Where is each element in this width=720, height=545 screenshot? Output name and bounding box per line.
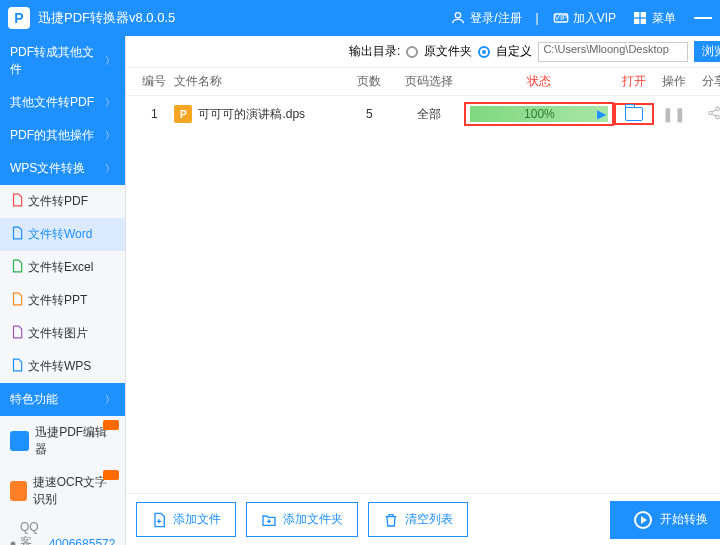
sidebar-item-to-word[interactable]: 文件转Word (0, 218, 125, 251)
minimize-button[interactable] (694, 17, 712, 19)
row-name-cell: P 可可可的演讲稿.dps (174, 105, 344, 123)
play-icon (634, 511, 652, 529)
login-label: 登录/注册 (470, 10, 521, 27)
qq-label: QQ 客服: (20, 520, 45, 545)
row-status: 100% ▶ (464, 102, 614, 126)
output-path-input[interactable]: C:\Users\Mloong\Desktop (538, 42, 688, 62)
menu-label: 菜单 (652, 10, 676, 27)
file-image-icon (10, 325, 24, 339)
svg-point-10 (716, 115, 720, 119)
menu-button[interactable]: 菜单 (626, 8, 682, 29)
item-label: 文件转Excel (28, 259, 93, 276)
col-share: 分享 (694, 73, 720, 90)
col-pagesel: 页码选择 (394, 73, 464, 90)
folder-icon[interactable] (625, 107, 643, 121)
chevron-right-icon: 〉 (105, 96, 115, 110)
share-button[interactable] (694, 106, 720, 123)
start-convert-button[interactable]: 开始转换 (610, 501, 720, 539)
cat-label: WPS文件转换 (10, 160, 85, 177)
separator: | (536, 11, 539, 25)
sidebar-item-to-ppt[interactable]: 文件转PPT (0, 284, 125, 317)
file-pdf-icon (10, 193, 24, 207)
cat-label: 其他文件转PDF (10, 94, 94, 111)
svg-rect-6 (641, 19, 646, 24)
svg-rect-4 (641, 12, 646, 17)
progress-text: 100% (524, 107, 555, 121)
qq-info: QQ 客服: 4006685572 (0, 516, 125, 545)
svg-point-7 (11, 542, 16, 546)
sidebar-item-to-excel[interactable]: 文件转Excel (0, 251, 125, 284)
ad-pdf-editor[interactable]: 迅捷PDF编辑器 (0, 416, 125, 466)
item-label: 文件转WPS (28, 358, 91, 375)
svg-rect-3 (634, 12, 639, 17)
ad-icon (10, 431, 29, 451)
bottom-bar: 添加文件 添加文件夹 清空列表 开始转换 (126, 493, 720, 545)
ad-ocr[interactable]: 捷速OCR文字识别 (0, 466, 125, 516)
arrow-right-icon: ▶ (597, 107, 606, 121)
login-button[interactable]: 登录/注册 (444, 8, 527, 29)
radio-label-custom: 自定义 (496, 43, 532, 60)
add-folder-button[interactable]: 添加文件夹 (246, 502, 358, 537)
svg-text:VIP: VIP (554, 13, 567, 22)
content-area: 输出目录: 原文件夹 自定义 C:\Users\Mloong\Desktop 浏… (126, 36, 720, 545)
sidebar: PDF转成其他文件〉 其他文件转PDF〉 PDF的其他操作〉 WPS文件转换〉 … (0, 36, 126, 545)
browse-button[interactable]: 浏览 (694, 41, 720, 62)
col-idx: 编号 (134, 73, 174, 90)
cat-label: 特色功能 (10, 391, 58, 408)
app-title: 迅捷PDF转换器v8.0.0.5 (38, 9, 444, 27)
sidebar-cat-pdf-other-ops[interactable]: PDF的其他操作〉 (0, 119, 125, 152)
item-label: 文件转PPT (28, 292, 87, 309)
sidebar-cat-special[interactable]: 特色功能〉 (0, 383, 125, 416)
item-label: 文件转Word (28, 226, 92, 243)
file-ppt-icon (10, 292, 24, 306)
sidebar-item-to-image[interactable]: 文件转图片 (0, 317, 125, 350)
title-bar: P 迅捷PDF转换器v8.0.0.5 登录/注册 | VIP 加入VIP 菜单 (0, 0, 720, 36)
item-label: 文件转PDF (28, 193, 88, 210)
qq-icon (10, 538, 16, 545)
output-label: 输出目录: (349, 43, 400, 60)
col-name: 文件名称 (174, 73, 344, 90)
sidebar-item-to-wps[interactable]: 文件转WPS (0, 350, 125, 383)
file-excel-icon (10, 259, 24, 273)
row-pages: 5 (344, 107, 394, 121)
hot-badge (103, 420, 119, 430)
folder-plus-icon (261, 512, 277, 528)
file-type-icon: P (174, 105, 192, 123)
table-row[interactable]: 1 P 可可可的演讲稿.dps 5 全部 100% ▶ ❚❚ (126, 96, 720, 132)
svg-point-0 (456, 13, 461, 18)
clear-label: 清空列表 (405, 511, 453, 528)
cat-label: PDF的其他操作 (10, 127, 94, 144)
add-file-button[interactable]: 添加文件 (136, 502, 236, 537)
file-word-icon (10, 226, 24, 240)
row-filename: 可可可的演讲稿.dps (198, 106, 305, 123)
start-label: 开始转换 (660, 511, 708, 528)
svg-point-8 (716, 107, 720, 111)
sidebar-cat-pdf-to-other[interactable]: PDF转成其他文件〉 (0, 36, 125, 86)
pause-button[interactable]: ❚❚ (654, 106, 694, 122)
add-folder-label: 添加文件夹 (283, 511, 343, 528)
radio-label-original: 原文件夹 (424, 43, 472, 60)
chevron-right-icon: 〉 (105, 54, 115, 68)
row-pagesel[interactable]: 全部 (394, 106, 464, 123)
chevron-right-icon: 〉 (105, 393, 115, 407)
sidebar-item-to-pdf[interactable]: 文件转PDF (0, 185, 125, 218)
radio-original-folder[interactable] (406, 46, 418, 58)
qq-link[interactable]: 4006685572 (49, 537, 116, 545)
add-file-label: 添加文件 (173, 511, 221, 528)
sidebar-cat-other-to-pdf[interactable]: 其他文件转PDF〉 (0, 86, 125, 119)
clear-list-button[interactable]: 清空列表 (368, 502, 468, 537)
status-highlight-box: 100% ▶ (464, 102, 614, 126)
sidebar-cat-wps-convert[interactable]: WPS文件转换〉 (0, 152, 125, 185)
radio-custom[interactable] (478, 46, 490, 58)
vip-icon: VIP (553, 10, 569, 26)
row-open (614, 103, 654, 125)
hot-badge (103, 470, 119, 480)
file-wps-icon (10, 358, 24, 372)
open-highlight-box (614, 103, 654, 125)
table-header: 编号 文件名称 页数 页码选择 状态 打开 操作 分享 (126, 68, 720, 96)
chevron-right-icon: 〉 (105, 129, 115, 143)
vip-label: 加入VIP (573, 10, 616, 27)
svg-point-9 (709, 111, 713, 115)
row-idx: 1 (134, 107, 174, 121)
vip-button[interactable]: VIP 加入VIP (547, 8, 622, 29)
